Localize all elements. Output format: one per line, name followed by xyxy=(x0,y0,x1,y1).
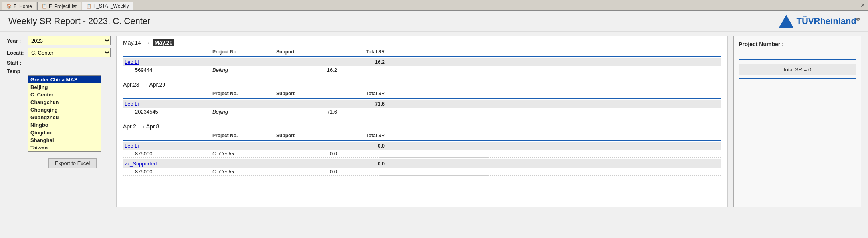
page-title: Weekly SR Report - 2023, C. Center xyxy=(8,16,150,26)
staff-total-leo-li-2: 71.6 xyxy=(339,101,386,107)
dropdown-item-chongqing[interactable]: Chongqing xyxy=(28,106,101,114)
temp-row: Temp xyxy=(7,68,111,74)
staff-total-zz-supported: 0.0 xyxy=(339,161,386,167)
staff-name-leo-li-3[interactable]: Leo Li xyxy=(123,143,211,149)
detail-amount-3-1: 0.0 xyxy=(275,151,339,157)
col-hdr-total-1: Total SR xyxy=(339,48,386,55)
staff-name-leo-li-2[interactable]: Leo Li xyxy=(123,101,211,107)
col-headers-2: Project No. Support Total SR xyxy=(123,89,721,99)
total-sr-display: total SR = 0 xyxy=(739,64,856,75)
staff-total-leo-li-1: 16.2 xyxy=(339,59,386,65)
logo-text: TÜVRheinland® xyxy=(797,16,860,26)
bottom-divider xyxy=(739,78,856,79)
location-row: Locati: C. Center xyxy=(7,48,111,57)
col-hdr-name-2 xyxy=(123,90,211,97)
tuv-triangle-icon xyxy=(779,15,793,28)
detail-support-2-1: Beijing xyxy=(211,109,275,115)
staff-name-zz-supported[interactable]: zz_Supported xyxy=(123,161,211,167)
location-select[interactable]: C. Center xyxy=(28,48,111,57)
staff-row: Staff : xyxy=(7,60,111,66)
week-label-start-3: Apr.2 xyxy=(123,123,136,130)
week-label-end-2: Apr.29 xyxy=(149,81,165,88)
right-panel: Project Number : total SR = 0 xyxy=(733,36,861,207)
export-button[interactable]: Export to Excel xyxy=(48,158,97,168)
col-headers-1: Project No. Support Total SR xyxy=(123,47,721,57)
week-section-2: Apr.23 → Apr.29 Project No. Support Tota… xyxy=(117,78,727,116)
dropdown-list: Greater China MAS Beijing C. Center Chan… xyxy=(28,75,101,152)
detail-project-no-3-1: 875000 xyxy=(123,151,211,157)
week-label-end-3: Apr.8 xyxy=(146,123,159,130)
main-content: Year : 2023 Locati: C. Center Staff : Te… xyxy=(0,32,868,211)
detail-row-1-1: 569444 Beijing 16.2 xyxy=(123,66,721,74)
detail-project-no-3-2: 875000 xyxy=(123,169,211,175)
tab-f-projectlist[interactable]: 📋 F_ProjectList xyxy=(37,2,81,10)
logo-rheinland: Rheinland xyxy=(814,16,856,26)
week-arrow-3: → xyxy=(140,124,145,130)
tab-projectlist-icon: 📋 xyxy=(42,4,47,9)
week-header-row-2: Apr.23 → Apr.29 xyxy=(123,81,721,88)
dropdown-item-beijing[interactable]: Beijing xyxy=(28,83,101,91)
detail-row-3-2: 875000 C. Center 0.0 xyxy=(123,168,721,176)
staff-row-zz-supported: zz_Supported 0.0 xyxy=(123,159,721,168)
right-panel-title: Project Number : xyxy=(739,41,856,47)
detail-project-no-2-1: 20234545 xyxy=(123,109,211,115)
logo-registered: ® xyxy=(856,17,860,22)
project-number-input[interactable] xyxy=(739,51,856,60)
week-header-row-1: May.14 → May.20 xyxy=(123,39,721,46)
col-hdr-support-3: Support xyxy=(275,132,339,139)
week-section-1: May.14 → May.20 Project No. Support Tota… xyxy=(117,36,727,74)
week-arrow-1: → xyxy=(145,40,150,46)
detail-amount-3-2: 0.0 xyxy=(275,169,339,175)
dropdown-item-taiwan[interactable]: Taiwan xyxy=(28,144,101,151)
staff-label: Staff : xyxy=(7,60,28,66)
center-panel: May.14 → May.20 Project No. Support Tota… xyxy=(116,36,728,207)
staff-row-leo-li-3: Leo Li 0.0 xyxy=(123,142,721,150)
detail-amount-2-1: 71.6 xyxy=(275,109,339,115)
report-scroll[interactable]: May.14 → May.20 Project No. Support Tota… xyxy=(116,36,728,207)
col-hdr-project-1: Project No. xyxy=(211,48,275,55)
col-hdr-total-2: Total SR xyxy=(339,90,386,97)
close-button[interactable]: ✕ xyxy=(860,2,865,8)
dropdown-item-greater-china-mas[interactable]: Greater China MAS xyxy=(28,76,101,83)
detail-support-1-1: Beijing xyxy=(211,67,275,73)
detail-support-3-1: C. Center xyxy=(211,151,275,157)
col-headers-3: Project No. Support Total SR xyxy=(123,131,721,141)
col-hdr-project-2: Project No. xyxy=(211,90,275,97)
staff-name-leo-li-1[interactable]: Leo Li xyxy=(123,59,211,65)
week-label-start-1: May.14 xyxy=(123,39,141,46)
col-hdr-support-2: Support xyxy=(275,90,339,97)
year-label: Year : xyxy=(7,38,28,44)
staff-total-leo-li-3: 0.0 xyxy=(339,143,386,149)
detail-row-3-1: 875000 C. Center 0.0 xyxy=(123,150,721,158)
logo-tuv: TÜV xyxy=(797,16,814,26)
tab-f-stat-weekly[interactable]: 📋 F_STAT_Weekly xyxy=(82,2,133,10)
week-section-3: Apr.2 → Apr.8 Project No. Support Total … xyxy=(117,120,727,176)
dropdown-item-guangzhou[interactable]: Guangzhou xyxy=(28,114,101,121)
detail-support-3-2: C. Center xyxy=(211,169,275,175)
week-label-highlight-1: May.20 xyxy=(153,39,175,46)
dropdown-item-c-center[interactable]: C. Center xyxy=(28,91,101,98)
left-panel: Year : 2023 Locati: C. Center Staff : Te… xyxy=(7,36,111,207)
col-hdr-project-3: Project No. xyxy=(211,132,275,139)
dropdown-item-qingdao[interactable]: Qingdao xyxy=(28,129,101,136)
app-header: Weekly SR Report - 2023, C. Center TÜVRh… xyxy=(0,11,868,32)
tab-statweekly-icon: 📋 xyxy=(86,4,92,9)
tab-f-home[interactable]: 🏠 F_Home xyxy=(2,2,36,10)
detail-amount-1-1: 16.2 xyxy=(275,67,339,73)
week-header-row-3: Apr.2 → Apr.8 xyxy=(123,123,721,130)
year-row: Year : 2023 xyxy=(7,36,111,45)
dropdown-item-shanghai[interactable]: Shanghai xyxy=(28,136,101,144)
temp-label: Temp xyxy=(7,68,28,74)
col-hdr-name-1 xyxy=(123,48,211,55)
main-window: 🏠 F_Home 📋 F_ProjectList 📋 F_STAT_Weekly… xyxy=(0,0,868,238)
location-label: Locati: xyxy=(7,50,28,56)
tab-home-icon: 🏠 xyxy=(6,4,12,9)
col-hdr-support-1: Support xyxy=(275,48,339,55)
dropdown-item-changchun[interactable]: Changchun xyxy=(28,98,101,106)
year-select[interactable]: 2023 xyxy=(28,36,111,45)
detail-project-no-1-1: 569444 xyxy=(123,67,211,73)
detail-row-2-1: 20234545 Beijing 71.6 xyxy=(123,108,721,116)
dropdown-item-ningbo[interactable]: Ningbo xyxy=(28,121,101,129)
staff-row-leo-li-1: Leo Li 16.2 xyxy=(123,58,721,66)
week-label-end-1: May.20 xyxy=(151,39,175,46)
